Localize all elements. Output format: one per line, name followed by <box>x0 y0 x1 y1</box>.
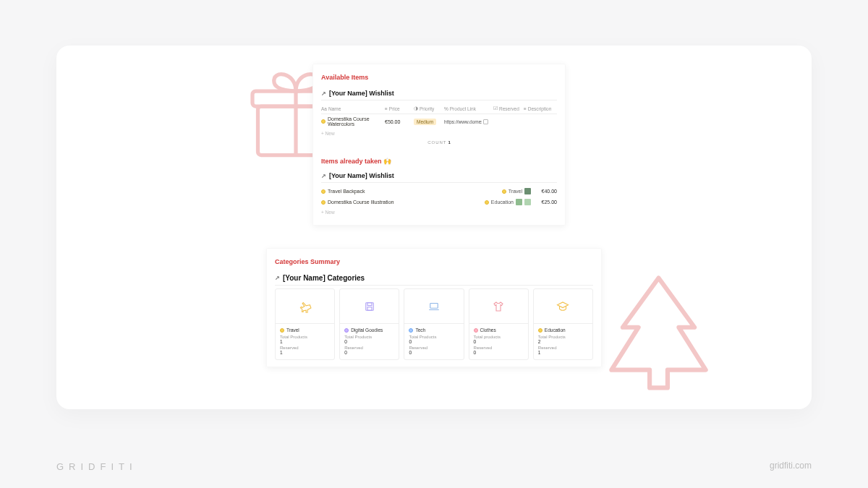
wishlist-group-title: [Your Name] Wishlist <box>329 90 394 97</box>
count-summary: COUNT1 <box>321 140 557 147</box>
col-link[interactable]: % Product Link <box>444 106 493 111</box>
total-value: 2 <box>538 339 588 344</box>
bullet-icon <box>321 119 326 124</box>
bullet-icon <box>321 200 326 205</box>
category-card-tech[interactable]: Tech Total Products 0 Reserved 0 <box>404 288 464 360</box>
available-items-heading: Available Items <box>321 74 557 81</box>
new-row-button[interactable]: + New <box>321 207 557 218</box>
thumbnail-icon <box>524 188 531 194</box>
open-link-icon[interactable] <box>483 119 488 124</box>
brand-logo: GRIDFITI <box>56 461 137 472</box>
category-card-travel[interactable]: Travel Total Products 1 Reserved 1 <box>275 288 335 360</box>
bullet-icon <box>280 328 284 333</box>
item-category: Education <box>485 199 531 205</box>
item-price: €40.00 <box>531 189 557 194</box>
reserved-value: 1 <box>280 350 330 355</box>
categories-grid: Travel Total Products 1 Reserved 1 Digit… <box>275 288 593 360</box>
expand-icon: ↗ <box>275 275 280 281</box>
priority-tag: Medium <box>414 119 436 125</box>
svg-rect-6 <box>430 303 438 308</box>
taken-group-title: [Your Name] Wishlist <box>329 172 394 179</box>
total-value: 0 <box>344 339 394 344</box>
item-price: €25.00 <box>531 200 557 205</box>
col-priority[interactable]: ◑ Priority <box>414 106 444 111</box>
categories-group-header[interactable]: ↗ [Your Name] Categories <box>275 271 593 286</box>
col-name[interactable]: Aa Name <box>321 106 385 111</box>
expand-icon: ↗ <box>321 173 326 179</box>
categories-group-title: [Your Name] Categories <box>283 274 365 282</box>
table-row[interactable]: Domestika Course Watercolors €50.00 Medi… <box>321 114 557 129</box>
bullet-icon <box>321 189 326 194</box>
svg-rect-3 <box>366 302 374 310</box>
table-header-row: Aa Name ≡ Price ◑ Priority % Product Lin… <box>321 103 557 114</box>
reserved-value: 0 <box>474 350 524 355</box>
table-row[interactable]: Domestika Course Illustration Education … <box>321 197 557 207</box>
reserved-value: 0 <box>409 350 459 355</box>
bullet-icon <box>474 328 478 333</box>
brand-url: gridfiti.com <box>770 461 812 471</box>
total-value: 0 <box>409 339 459 344</box>
expand-icon: ↗ <box>321 90 326 97</box>
category-name: Education <box>545 328 566 333</box>
category-card-clothes[interactable]: Clothes Total products 0 Reserved 0 <box>469 288 529 360</box>
floppy-icon <box>363 300 376 313</box>
bullet-icon <box>409 328 413 333</box>
category-name: Tech <box>415 328 425 333</box>
bullet-icon <box>538 328 542 333</box>
item-category: Travel <box>502 188 531 194</box>
bullet-icon <box>485 200 489 205</box>
item-name: Domestika Course Watercolors <box>328 116 385 127</box>
categories-heading: Categories Summary <box>275 258 593 265</box>
reserved-value: 0 <box>344 350 394 355</box>
total-value: 0 <box>474 339 524 344</box>
new-row-button[interactable]: + New <box>321 129 557 140</box>
item-price: €50.00 <box>385 119 414 124</box>
thumbnail-icon <box>516 199 522 205</box>
taken-group-header[interactable]: ↗ [Your Name] Wishlist <box>321 169 557 183</box>
col-price[interactable]: ≡ Price <box>385 106 414 111</box>
graduation-icon <box>556 300 569 313</box>
bullet-icon <box>502 189 506 194</box>
shirt-icon <box>492 300 505 313</box>
product-link[interactable]: https://www.domes <box>444 119 482 124</box>
svg-rect-4 <box>367 302 372 305</box>
laptop-icon <box>427 300 441 313</box>
total-value: 1 <box>280 339 330 344</box>
tree-icon <box>603 270 715 396</box>
thumbnail-icon <box>524 199 531 205</box>
template-preview-canvas: Available Items ↗ [Your Name] Wishlist A… <box>56 46 812 409</box>
reserved-value: 1 <box>538 350 588 355</box>
wishlist-panel: Available Items ↗ [Your Name] Wishlist A… <box>312 64 566 226</box>
table-row[interactable]: Travel Backpack Travel €40.00 <box>321 186 557 197</box>
col-reserved[interactable]: ☑ Reserved <box>493 106 524 111</box>
category-card-education[interactable]: Education Total Products 2 Reserved 1 <box>533 288 593 360</box>
category-name: Travel <box>286 328 299 333</box>
plane-icon <box>299 300 312 313</box>
bullet-icon <box>344 328 349 333</box>
item-name: Travel Backpack <box>328 189 365 194</box>
col-description[interactable]: ≡ Description <box>524 106 557 111</box>
category-name: Digital Goodies <box>351 328 383 333</box>
items-taken-heading: Items already taken 🙌 <box>321 158 557 165</box>
categories-panel: Categories Summary ↗ [Your Name] Categor… <box>266 248 602 367</box>
wishlist-group-header[interactable]: ↗ [Your Name] Wishlist <box>321 87 557 100</box>
category-card-digital-goodies[interactable]: Digital Goodies Total Products 0 Reserve… <box>339 288 399 360</box>
svg-rect-5 <box>367 307 372 310</box>
item-name: Domestika Course Illustration <box>328 200 393 205</box>
category-name: Clothes <box>480 328 496 333</box>
